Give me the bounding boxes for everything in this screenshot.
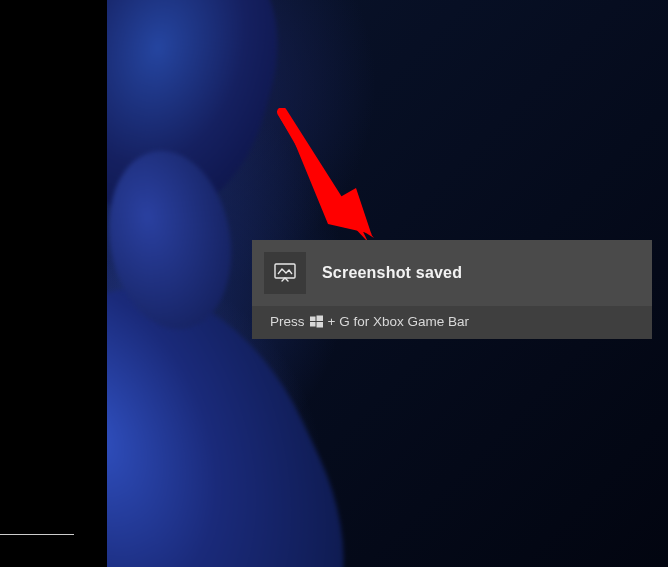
svg-rect-7 (316, 316, 323, 322)
hint-prefix-text: Press (270, 314, 305, 329)
screenshot-saved-toast[interactable]: Screenshot saved Press + G for Xbox Game… (252, 240, 652, 339)
svg-rect-8 (310, 322, 316, 327)
windows-key-icon (310, 315, 323, 328)
toast-hint: Press + G for Xbox Game Bar (252, 306, 652, 339)
panel-divider (0, 534, 74, 535)
left-panel (0, 0, 107, 567)
svg-rect-5 (275, 264, 295, 278)
toast-header[interactable]: Screenshot saved (252, 240, 652, 306)
toast-icon-container (264, 252, 306, 294)
svg-rect-9 (316, 322, 323, 328)
hint-suffix-text: + G for Xbox Game Bar (328, 314, 469, 329)
toast-title: Screenshot saved (322, 264, 462, 282)
svg-rect-6 (310, 317, 316, 322)
screenshot-icon (274, 263, 296, 283)
